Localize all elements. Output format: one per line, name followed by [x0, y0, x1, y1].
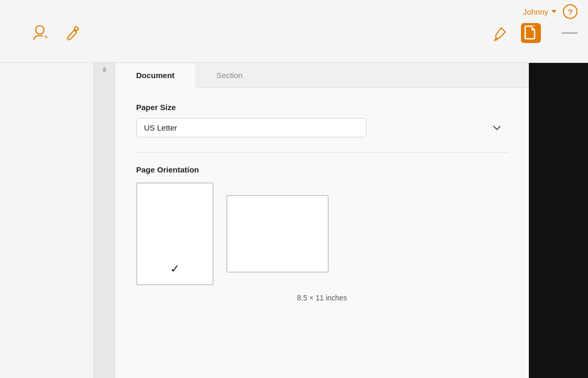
paper-size-select[interactable]: US Letter A4 Legal [136, 118, 367, 137]
dark-overlay [529, 63, 588, 378]
top-bar-row2: + [0, 21, 588, 47]
page-orientation-label: Page Orientation [136, 165, 508, 174]
paper-size-section: Paper Size US Letter A4 Legal [136, 103, 508, 137]
tab-section[interactable]: Section [195, 63, 263, 88]
help-button[interactable]: ? [563, 4, 578, 19]
portrait-checkmark: ✓ [170, 262, 180, 276]
wrench-icon [64, 25, 81, 41]
landscape-box [226, 195, 329, 273]
paper-size-label: Paper Size [136, 103, 508, 112]
page-orientation-section: Page Orientation ✓ 8.5 × 11 inches [136, 165, 508, 302]
wrench-button[interactable] [64, 25, 81, 41]
orientation-options: ✓ [136, 182, 508, 285]
user-name: Johnny [523, 7, 548, 16]
ruler-number: 8 [103, 65, 106, 75]
add-person-button[interactable]: + [31, 23, 51, 43]
highlighter-icon [492, 25, 508, 41]
top-bar-row1: Johnny ? [0, 0, 588, 21]
highlighter-button[interactable] [492, 25, 508, 41]
left-panel: 8 [0, 63, 115, 378]
top-bar: Johnny ? + [0, 0, 588, 63]
panel-tabs: Document Section [115, 63, 529, 88]
svg-point-0 [36, 26, 44, 34]
add-person-icon: + [31, 23, 51, 43]
svg-text:+: + [45, 34, 48, 40]
panel-content: Paper Size US Letter A4 Legal [115, 88, 529, 378]
dimension-label: 8.5 × 11 inches [136, 294, 508, 302]
user-menu[interactable]: Johnny [523, 7, 557, 16]
ruler: 8 [94, 63, 115, 378]
portrait-option[interactable]: ✓ [136, 182, 214, 285]
select-chevron-icon [493, 123, 501, 133]
landscape-option[interactable] [226, 182, 329, 285]
document-panel-icon [524, 25, 538, 41]
section-divider [136, 152, 508, 153]
user-menu-chevron-icon [551, 10, 557, 13]
main-content: 8 Document Section Paper Size US Letter … [0, 63, 588, 378]
toolbar-separator [562, 33, 578, 34]
paper-size-select-wrapper: US Letter A4 Legal [136, 118, 508, 137]
document-panel-button[interactable] [521, 23, 541, 43]
tab-document[interactable]: Document [115, 63, 195, 88]
portrait-box: ✓ [136, 182, 214, 285]
document-settings-panel: Document Section Paper Size US Letter A4… [115, 63, 529, 378]
